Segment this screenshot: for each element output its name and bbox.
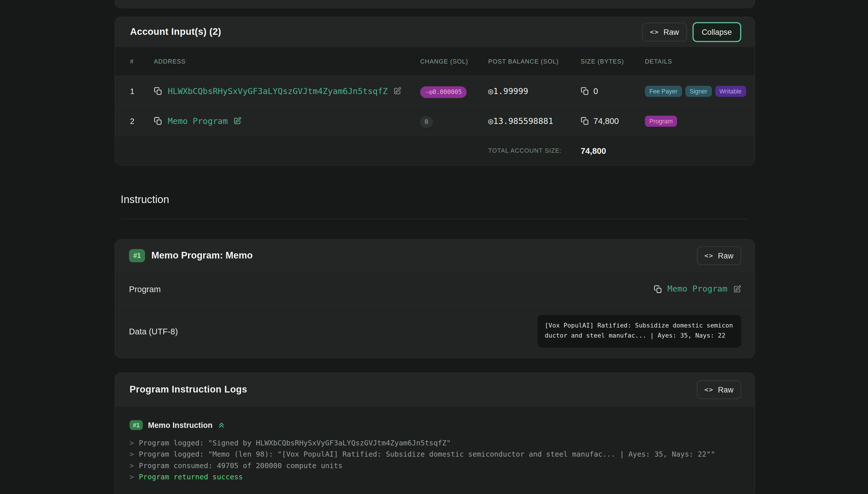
instruction-title: Memo Program: Memo xyxy=(151,250,691,261)
address-cell: Memo Program xyxy=(154,116,420,126)
post-balance-value: ◎13.985598881 xyxy=(488,116,581,126)
col-size: SIZE (BYTES) xyxy=(581,58,645,65)
log-lines: > Program logged: "Signed by HLWXbCQbsRH… xyxy=(129,438,741,483)
raw-button-label: Raw xyxy=(663,27,679,37)
code-icon: <> xyxy=(704,252,714,260)
instruction-heading-text: Instruction xyxy=(121,194,748,206)
double-chevron-up-icon[interactable] xyxy=(218,421,225,429)
log-text: Program logged: "Memo (len 98): "[Vox Po… xyxy=(139,449,715,460)
size-cell: 74,800 xyxy=(581,116,645,126)
account-table-row: 2 Memo Program 0 ◎13.985598881 74,800 Pr… xyxy=(115,106,754,136)
instruction-card: #1 Memo Program: Memo <> Raw Program Mem… xyxy=(114,239,755,358)
address-link[interactable]: HLWXbCQbsRHySxVyGF3aLYQszGVJtm4Zyam6Jn5t… xyxy=(168,86,388,96)
program-link[interactable]: Memo Program xyxy=(667,284,728,294)
post-balance-value: ◎1.99999 xyxy=(488,86,581,96)
row-index: 2 xyxy=(130,116,154,126)
program-row: Program Memo Program xyxy=(115,272,754,305)
account-inputs-header: Account Input(s) (2) <> Raw Collapse xyxy=(115,17,754,47)
log-caret: > xyxy=(129,472,134,483)
log-text: Program consumed: 49705 of 200000 comput… xyxy=(139,460,342,472)
raw-button-label: Raw xyxy=(718,385,733,394)
collapse-button[interactable]: Collapse xyxy=(692,22,741,42)
code-icon: <> xyxy=(650,28,659,36)
account-table-header: # ADDRESS CHANGE (SOL) POST BALANCE (SOL… xyxy=(115,47,754,76)
raw-button[interactable]: <> Raw xyxy=(642,23,687,41)
edit-icon[interactable] xyxy=(233,117,242,125)
detail-badge: Signer xyxy=(685,86,712,96)
change-badge: 0 xyxy=(420,116,433,127)
col-post-balance: POST BALANCE (SOL) xyxy=(488,58,581,65)
instruction-number-badge: #1 xyxy=(129,249,145,262)
account-table-body: 1 HLWXbCQbsRHySxVyGF3aLYQszGVJtm4Zyam6Jn… xyxy=(115,76,754,136)
address-cell: HLWXbCQbsRHySxVyGF3aLYQszGVJtm4Zyam6Jn5t… xyxy=(154,86,420,96)
log-caret: > xyxy=(129,460,134,472)
detail-badge: Writable xyxy=(715,86,746,96)
instruction-section-heading: Instruction xyxy=(121,194,748,220)
detail-badge: Program xyxy=(645,115,677,126)
copy-icon[interactable] xyxy=(581,117,589,125)
log-text: Program returned success xyxy=(139,472,243,483)
total-account-size-label: TOTAL ACCOUNT SIZE: xyxy=(488,147,581,154)
logs-body: #1 Memo Instruction > Program logged: "S… xyxy=(115,406,754,494)
change-cell: -◎0.000005 xyxy=(420,86,488,96)
log-instruction-header: #1 Memo Instruction xyxy=(129,420,741,430)
logs-card-header: Program Instruction Logs <> Raw xyxy=(115,373,754,406)
col-index: # xyxy=(130,58,154,65)
size-value: 74,800 xyxy=(593,116,619,126)
total-account-size-value: 74,800 xyxy=(581,146,645,155)
account-total-row: TOTAL ACCOUNT SIZE: 74,800 xyxy=(115,136,754,165)
address-link[interactable]: Memo Program xyxy=(168,116,228,126)
log-instruction-number-badge: #1 xyxy=(129,420,143,430)
edit-icon[interactable] xyxy=(393,87,401,95)
col-details: DETAILS xyxy=(645,58,741,65)
account-inputs-title: Account Input(s) (2) xyxy=(130,26,221,37)
details-badges: Program xyxy=(645,115,741,126)
row-index: 1 xyxy=(130,87,154,95)
instruction-card-header: #1 Memo Program: Memo <> Raw xyxy=(115,240,754,272)
log-caret: > xyxy=(129,438,134,449)
raw-button-label: Raw xyxy=(718,251,733,260)
data-utf8-value: [Vox PopulAI] Ratified: Subsidize domest… xyxy=(537,315,741,347)
log-line: > Program returned success xyxy=(129,472,741,483)
account-inputs-card: Account Input(s) (2) <> Raw Collapse # A… xyxy=(114,17,755,166)
logs-card-title: Program Instruction Logs xyxy=(129,384,247,395)
change-badge: -◎0.000005 xyxy=(420,86,467,97)
size-cell: 0 xyxy=(581,86,645,96)
copy-icon[interactable] xyxy=(154,87,162,95)
col-address: ADDRESS xyxy=(154,58,420,65)
log-instruction-title: Memo Instruction xyxy=(148,420,212,429)
log-line: > Program logged: "Memo (len 98): "[Vox … xyxy=(129,449,741,460)
data-utf8-label: Data (UTF-8) xyxy=(129,326,178,336)
edit-icon[interactable] xyxy=(733,285,741,293)
page: Account Input(s) (2) <> Raw Collapse # A… xyxy=(0,0,868,494)
logs-raw-button[interactable]: <> Raw xyxy=(697,380,741,399)
detail-badge: Fee Payer xyxy=(645,86,682,96)
program-label: Program xyxy=(129,284,161,293)
log-line: > Program consumed: 49705 of 200000 comp… xyxy=(129,460,741,472)
size-value: 0 xyxy=(593,86,598,96)
instruction-raw-button[interactable]: <> Raw xyxy=(697,246,741,265)
log-caret: > xyxy=(129,449,134,460)
log-text: Program logged: "Signed by HLWXbCQbsRHyS… xyxy=(139,438,451,449)
program-instruction-logs-card: Program Instruction Logs <> Raw #1 Memo … xyxy=(114,373,755,494)
copy-icon[interactable] xyxy=(581,87,589,95)
program-value-group: Memo Program xyxy=(654,284,741,294)
details-badges: Fee PayerSignerWritable xyxy=(645,86,746,96)
log-line: > Program logged: "Signed by HLWXbCQbsRH… xyxy=(129,438,741,449)
collapse-button-label: Collapse xyxy=(702,27,732,37)
code-icon: <> xyxy=(704,385,714,393)
data-utf8-row: Data (UTF-8) [Vox PopulAI] Ratified: Sub… xyxy=(115,305,754,357)
change-cell: 0 xyxy=(420,116,488,126)
previous-card-edge xyxy=(114,0,755,8)
copy-icon[interactable] xyxy=(654,285,662,293)
copy-icon[interactable] xyxy=(154,117,162,125)
col-change: CHANGE (SOL) xyxy=(420,58,488,65)
account-table-row: 1 HLWXbCQbsRHySxVyGF3aLYQszGVJtm4Zyam6Jn… xyxy=(115,76,754,106)
